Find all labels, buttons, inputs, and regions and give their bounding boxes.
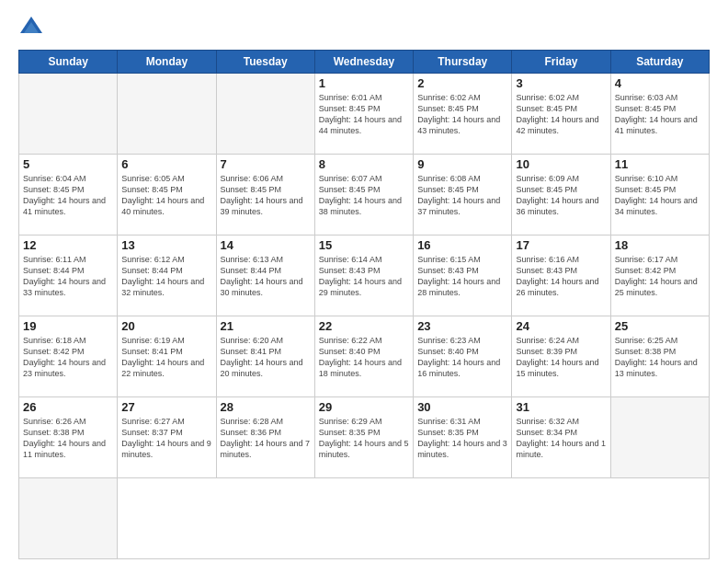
- day-info: Sunrise: 6:04 AM Sunset: 8:45 PM Dayligh…: [23, 173, 113, 218]
- table-row: [19, 74, 118, 155]
- day-info: Sunrise: 6:01 AM Sunset: 8:45 PM Dayligh…: [319, 92, 409, 137]
- weekday-tuesday: Tuesday: [216, 51, 314, 74]
- day-number: 14: [221, 238, 311, 252]
- table-row: 13Sunrise: 6:12 AM Sunset: 8:44 PM Dayli…: [118, 236, 216, 316]
- day-number: 30: [417, 400, 507, 414]
- day-number: 9: [417, 157, 507, 171]
- day-number: 10: [516, 157, 606, 171]
- day-info: Sunrise: 6:27 AM Sunset: 8:37 PM Dayligh…: [121, 416, 211, 461]
- table-row: [118, 74, 216, 155]
- table-row: 25Sunrise: 6:25 AM Sunset: 8:38 PM Dayli…: [610, 316, 709, 397]
- weekday-thursday: Thursday: [414, 51, 512, 74]
- day-info: Sunrise: 6:07 AM Sunset: 8:45 PM Dayligh…: [319, 173, 409, 218]
- weekday-monday: Monday: [118, 51, 216, 74]
- table-row: 3Sunrise: 6:02 AM Sunset: 8:45 PM Daylig…: [512, 74, 610, 155]
- day-info: Sunrise: 6:28 AM Sunset: 8:36 PM Dayligh…: [221, 416, 311, 461]
- day-info: Sunrise: 6:14 AM Sunset: 8:43 PM Dayligh…: [319, 254, 409, 299]
- table-row: 20Sunrise: 6:19 AM Sunset: 8:41 PM Dayli…: [118, 316, 216, 397]
- day-info: Sunrise: 6:03 AM Sunset: 8:45 PM Dayligh…: [615, 92, 705, 137]
- day-number: 23: [417, 319, 507, 333]
- table-row: 21Sunrise: 6:20 AM Sunset: 8:41 PM Dayli…: [216, 316, 314, 397]
- day-number: 6: [121, 157, 211, 171]
- table-row: 12Sunrise: 6:11 AM Sunset: 8:44 PM Dayli…: [19, 236, 118, 316]
- day-info: Sunrise: 6:06 AM Sunset: 8:45 PM Dayligh…: [221, 173, 311, 218]
- day-info: Sunrise: 6:24 AM Sunset: 8:39 PM Dayligh…: [516, 335, 606, 380]
- day-number: 24: [516, 319, 606, 333]
- day-number: 13: [121, 238, 211, 252]
- day-number: 18: [615, 238, 705, 252]
- logo-icon: [18, 15, 44, 40]
- day-number: 16: [417, 238, 507, 252]
- table-row: 23Sunrise: 6:23 AM Sunset: 8:40 PM Dayli…: [414, 316, 512, 397]
- table-row: [610, 397, 709, 478]
- weekday-header-row: SundayMondayTuesdayWednesdayThursdayFrid…: [19, 51, 710, 74]
- weekday-sunday: Sunday: [19, 51, 118, 74]
- day-info: Sunrise: 6:02 AM Sunset: 8:45 PM Dayligh…: [417, 92, 507, 137]
- day-info: Sunrise: 6:02 AM Sunset: 8:45 PM Dayligh…: [516, 92, 606, 137]
- table-row: 8Sunrise: 6:07 AM Sunset: 8:45 PM Daylig…: [314, 155, 413, 236]
- table-row: 1Sunrise: 6:01 AM Sunset: 8:45 PM Daylig…: [314, 74, 413, 155]
- table-row: 11Sunrise: 6:10 AM Sunset: 8:45 PM Dayli…: [610, 155, 709, 236]
- day-number: 3: [516, 76, 606, 90]
- table-row: [19, 478, 118, 559]
- day-info: Sunrise: 6:08 AM Sunset: 8:45 PM Dayligh…: [417, 173, 507, 218]
- day-info: Sunrise: 6:26 AM Sunset: 8:38 PM Dayligh…: [23, 416, 113, 461]
- day-number: 31: [516, 400, 606, 414]
- table-row: 7Sunrise: 6:06 AM Sunset: 8:45 PM Daylig…: [216, 155, 314, 236]
- table-row: 27Sunrise: 6:27 AM Sunset: 8:37 PM Dayli…: [118, 397, 216, 478]
- calendar-row-0: 1Sunrise: 6:01 AM Sunset: 8:45 PM Daylig…: [19, 74, 710, 155]
- calendar-row-3: 19Sunrise: 6:18 AM Sunset: 8:42 PM Dayli…: [19, 316, 710, 397]
- calendar-row-2: 12Sunrise: 6:11 AM Sunset: 8:44 PM Dayli…: [19, 236, 710, 316]
- weekday-saturday: Saturday: [610, 51, 709, 74]
- table-row: 4Sunrise: 6:03 AM Sunset: 8:45 PM Daylig…: [610, 74, 709, 155]
- day-info: Sunrise: 6:31 AM Sunset: 8:35 PM Dayligh…: [417, 416, 507, 461]
- day-number: 25: [615, 319, 705, 333]
- calendar-row-4: 26Sunrise: 6:26 AM Sunset: 8:38 PM Dayli…: [19, 397, 710, 478]
- table-row: 6Sunrise: 6:05 AM Sunset: 8:45 PM Daylig…: [118, 155, 216, 236]
- table-row: 22Sunrise: 6:22 AM Sunset: 8:40 PM Dayli…: [314, 316, 413, 397]
- day-info: Sunrise: 6:16 AM Sunset: 8:43 PM Dayligh…: [516, 254, 606, 299]
- header: [18, 15, 710, 40]
- day-number: 17: [516, 238, 606, 252]
- weekday-wednesday: Wednesday: [314, 51, 413, 74]
- table-row: 10Sunrise: 6:09 AM Sunset: 8:45 PM Dayli…: [512, 155, 610, 236]
- table-row: 31Sunrise: 6:32 AM Sunset: 8:34 PM Dayli…: [512, 397, 610, 478]
- day-number: 15: [319, 238, 409, 252]
- day-info: Sunrise: 6:12 AM Sunset: 8:44 PM Dayligh…: [121, 254, 211, 299]
- table-row: 9Sunrise: 6:08 AM Sunset: 8:45 PM Daylig…: [414, 155, 512, 236]
- day-number: 4: [615, 76, 705, 90]
- day-number: 22: [319, 319, 409, 333]
- day-number: 21: [221, 319, 311, 333]
- day-info: Sunrise: 6:13 AM Sunset: 8:44 PM Dayligh…: [221, 254, 311, 299]
- table-row: 24Sunrise: 6:24 AM Sunset: 8:39 PM Dayli…: [512, 316, 610, 397]
- calendar-row-1: 5Sunrise: 6:04 AM Sunset: 8:45 PM Daylig…: [19, 155, 710, 236]
- day-number: 28: [221, 400, 311, 414]
- table-row: 26Sunrise: 6:26 AM Sunset: 8:38 PM Dayli…: [19, 397, 118, 478]
- table-row: 14Sunrise: 6:13 AM Sunset: 8:44 PM Dayli…: [216, 236, 314, 316]
- table-row: 28Sunrise: 6:28 AM Sunset: 8:36 PM Dayli…: [216, 397, 314, 478]
- day-info: Sunrise: 6:32 AM Sunset: 8:34 PM Dayligh…: [516, 416, 606, 461]
- table-row: 5Sunrise: 6:04 AM Sunset: 8:45 PM Daylig…: [19, 155, 118, 236]
- day-number: 20: [121, 319, 211, 333]
- calendar-row-5: [19, 478, 710, 559]
- day-info: Sunrise: 6:29 AM Sunset: 8:35 PM Dayligh…: [319, 416, 409, 461]
- day-info: Sunrise: 6:11 AM Sunset: 8:44 PM Dayligh…: [23, 254, 113, 299]
- day-info: Sunrise: 6:25 AM Sunset: 8:38 PM Dayligh…: [615, 335, 705, 380]
- day-number: 5: [23, 157, 113, 171]
- table-row: 19Sunrise: 6:18 AM Sunset: 8:42 PM Dayli…: [19, 316, 118, 397]
- day-number: 26: [23, 400, 113, 414]
- day-number: 19: [23, 319, 113, 333]
- day-number: 7: [221, 157, 311, 171]
- day-info: Sunrise: 6:10 AM Sunset: 8:45 PM Dayligh…: [615, 173, 705, 218]
- day-number: 2: [417, 76, 507, 90]
- day-info: Sunrise: 6:18 AM Sunset: 8:42 PM Dayligh…: [23, 335, 113, 380]
- day-info: Sunrise: 6:19 AM Sunset: 8:41 PM Dayligh…: [121, 335, 211, 380]
- day-info: Sunrise: 6:15 AM Sunset: 8:43 PM Dayligh…: [417, 254, 507, 299]
- day-info: Sunrise: 6:23 AM Sunset: 8:40 PM Dayligh…: [417, 335, 507, 380]
- table-row: 18Sunrise: 6:17 AM Sunset: 8:42 PM Dayli…: [610, 236, 709, 316]
- day-number: 29: [319, 400, 409, 414]
- logo: [18, 15, 48, 40]
- day-info: Sunrise: 6:05 AM Sunset: 8:45 PM Dayligh…: [121, 173, 211, 218]
- day-info: Sunrise: 6:17 AM Sunset: 8:42 PM Dayligh…: [615, 254, 705, 299]
- table-row: 2Sunrise: 6:02 AM Sunset: 8:45 PM Daylig…: [414, 74, 512, 155]
